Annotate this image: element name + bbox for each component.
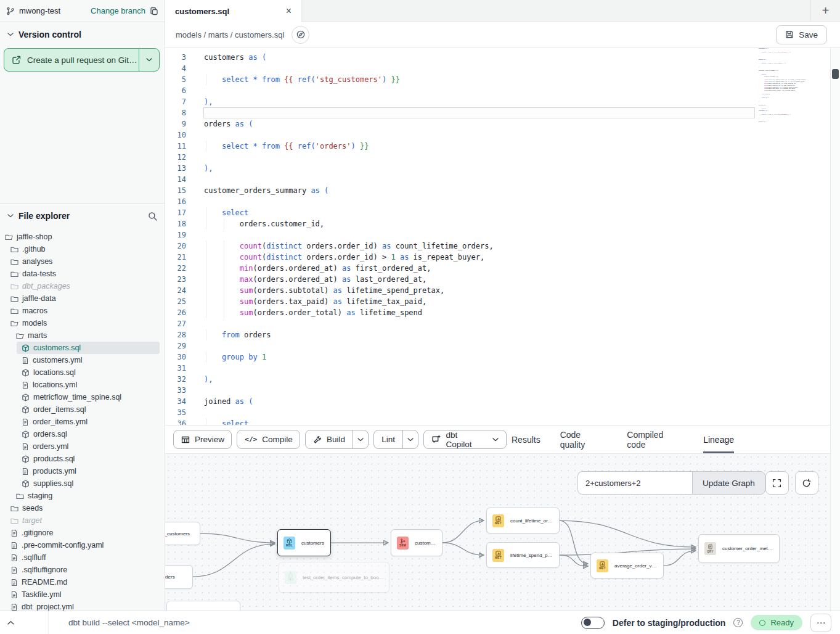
code-line-19[interactable]: 19 <box>165 229 840 241</box>
code-line-34[interactable]: 34joined as ( <box>165 396 840 407</box>
copy-icon[interactable] <box>150 7 158 15</box>
code-line-9[interactable]: 9orders as ( <box>758 121 813 123</box>
code-line-16[interactable]: 16 <box>165 196 840 207</box>
refresh-button[interactable] <box>795 471 818 495</box>
code-line-5[interactable]: 5 select * from {{ ref('stg_customers') … <box>758 113 813 115</box>
lineage-node-test_order_items[interactable]: TSTtest_order_items_compute_to_bools… <box>279 562 389 593</box>
file-tree-item-customers-yml[interactable]: customers.yml <box>0 354 165 366</box>
code-line-32[interactable]: 32), <box>165 374 840 385</box>
file-tree-item-data-tests[interactable]: data-tests <box>0 268 165 280</box>
code-editor[interactable]: 3customers as (45 select * from {{ ref('… <box>165 47 840 426</box>
file-tree-item-order-items-sql[interactable]: order_items.sql <box>0 403 165 416</box>
code-line-12[interactable]: 12 <box>165 152 840 163</box>
code-line-20[interactable]: 20 count(distinct orders.order_id) as co… <box>165 241 840 252</box>
file-tree-item-models[interactable]: models <box>0 317 165 329</box>
file-tree-item-dbt-packages[interactable]: dbt_packages <box>0 280 165 292</box>
code-line-29[interactable]: 29 <box>165 340 840 352</box>
save-button[interactable]: Save <box>776 25 827 44</box>
file-tree-item-products-yml[interactable]: products.yml <box>0 465 165 477</box>
file-tree-item-seeds[interactable]: seeds <box>0 502 165 514</box>
code-line-32[interactable]: 32), <box>758 101 813 102</box>
file-explorer-header[interactable]: File explorer <box>0 204 165 228</box>
code-line-31[interactable]: 31 <box>165 363 840 374</box>
update-graph-button[interactable]: Update Graph <box>692 471 765 495</box>
file-tree-item-metricflow-time-spine-sql[interactable]: metricflow_time_spine.sql <box>0 391 165 403</box>
file-tree-item-marts[interactable]: marts <box>0 329 165 342</box>
collapse-command-bar-button[interactable] <box>0 611 49 634</box>
lint-dropdown-caret[interactable] <box>402 430 418 448</box>
code-line-5[interactable]: 5 select * from {{ ref('stg_customers') … <box>758 51 813 53</box>
code-line-24[interactable]: 24 sum(orders.subtotal) as lifetime_spen… <box>165 285 840 296</box>
defer-toggle[interactable] <box>581 617 605 629</box>
fullscreen-button[interactable] <box>765 471 789 495</box>
file-tree-item-orders-sql[interactable]: orders.sql <box>0 428 165 440</box>
code-line-14[interactable]: 14 <box>165 174 840 185</box>
lineage-node-lifetime_spend_pretax[interactable]: METlifetime_spend_pretax <box>486 542 560 568</box>
code-line-23[interactable]: 23 max(orders.ordered_at) as last_ordere… <box>165 274 840 285</box>
lineage-node-customers_model[interactable]: MDLcustomers <box>277 529 331 556</box>
file-tree-item-taskfile-yml[interactable]: Taskfile.yml <box>0 588 165 601</box>
lineage-node-partial_bottom[interactable] <box>166 601 240 611</box>
file-tree-item-order-items-yml[interactable]: order_items.yml <box>0 416 165 428</box>
file-tree-item-dbt-project-yml[interactable]: dbt_project.yml <box>0 601 165 611</box>
close-icon[interactable]: × <box>286 6 292 16</box>
code-line-13[interactable]: 13), <box>758 66 813 68</box>
file-tree-item-readme-md[interactable]: README.md <box>0 576 165 588</box>
create-pull-request-button[interactable]: Create a pull request on Git… <box>4 48 160 72</box>
file-tree-item-supplies-sql[interactable]: supplies.sql <box>0 477 165 490</box>
code-line-18[interactable]: 18 orders.customer_id, <box>165 218 840 229</box>
code-line-18[interactable]: 18 orders.customer_id, <box>758 75 813 77</box>
compass-icon-button[interactable] <box>292 26 309 44</box>
file-tree-item--sqlfluffignore[interactable]: .sqlfluffignore <box>0 564 165 576</box>
code-line-5[interactable]: 5 select * from {{ ref('stg_customers') … <box>165 74 840 85</box>
search-icon[interactable] <box>148 212 157 221</box>
file-tree-item--pre-commit-config-yaml[interactable]: .pre-commit-config.yaml <box>0 539 165 551</box>
code-line-17[interactable]: 17 select <box>165 207 840 218</box>
file-tree-item-staging[interactable]: staging <box>0 490 165 502</box>
code-line-9[interactable]: 9orders as ( <box>758 59 813 60</box>
file-tree-item--github[interactable]: .github <box>0 243 165 255</box>
panel-tab-results[interactable]: Results <box>512 426 540 453</box>
help-icon[interactable]: ? <box>733 618 743 627</box>
code-line-4[interactable]: 4 <box>165 63 840 74</box>
file-tree-item-target[interactable]: target <box>0 514 165 527</box>
code-line-34[interactable]: 34joined as ( <box>758 104 813 106</box>
build-dropdown-caret[interactable] <box>353 430 368 448</box>
new-tab-button[interactable]: + <box>810 0 840 22</box>
code-line-35[interactable]: 35 <box>165 407 840 418</box>
panel-tab-code-quality[interactable]: Code quality <box>560 426 608 453</box>
file-tree-item-customers-sql[interactable]: customers.sql <box>17 342 160 354</box>
code-line-7[interactable]: 7), <box>758 117 813 119</box>
code-line-10[interactable]: 10 <box>165 130 840 141</box>
lineage-selector-input[interactable] <box>577 471 692 495</box>
code-line-9[interactable]: 9orders as ( <box>165 118 840 130</box>
file-tree-item-locations-yml[interactable]: locations.yml <box>0 379 165 391</box>
code-line-7[interactable]: 7), <box>758 55 813 57</box>
scrollbar-thumb[interactable] <box>832 69 839 79</box>
code-line-27[interactable]: 27 <box>165 318 840 329</box>
lineage-node-stg_customers[interactable]: MDLstg_customers <box>165 522 200 545</box>
code-line-15[interactable]: 15customer_orders_summary as ( <box>165 185 840 196</box>
tab-customers-sql[interactable]: customers.sql × <box>165 0 302 22</box>
code-line-28[interactable]: 28 from orders <box>165 329 840 340</box>
file-tree-item-macros[interactable]: macros <box>0 305 165 317</box>
compile-button[interactable]: </> Compile <box>237 430 300 449</box>
change-branch-link[interactable]: Change branch <box>91 6 145 15</box>
code-line-33[interactable]: 33 <box>165 385 840 396</box>
code-line-8[interactable]: 8 <box>165 107 840 118</box>
code-line-30[interactable]: 30 group by 1 <box>758 97 813 99</box>
pr-dropdown-caret[interactable] <box>139 49 159 71</box>
code-line-3[interactable]: 3customers as ( <box>165 52 840 63</box>
panel-tab-compiled-code[interactable]: Compiled code <box>627 426 683 453</box>
build-button[interactable]: Build <box>306 430 353 448</box>
code-line-3[interactable]: 3customers as ( <box>758 110 813 112</box>
code-line-11[interactable]: 11 select * from {{ ref('orders') }} <box>758 62 813 64</box>
lineage-panel[interactable]: MDLstg_customersMDLordersMDLcustomersTST… <box>165 454 840 611</box>
file-tree-item-jaffle-shop[interactable]: jaffle-shop <box>0 231 165 243</box>
lineage-node-average_order_value[interactable]: METaverage_order_value <box>590 553 664 578</box>
code-line-26[interactable]: 26 sum(orders.order_total) as lifetime_s… <box>758 89 813 91</box>
lineage-node-customers_semantic[interactable]: SEMcustomers <box>391 529 442 556</box>
preview-button[interactable]: Preview <box>173 430 232 449</box>
code-line-15[interactable]: 15customer_orders_summary as ( <box>758 70 813 72</box>
code-line-11[interactable]: 11 select * from {{ ref('orders') }} <box>165 141 840 152</box>
